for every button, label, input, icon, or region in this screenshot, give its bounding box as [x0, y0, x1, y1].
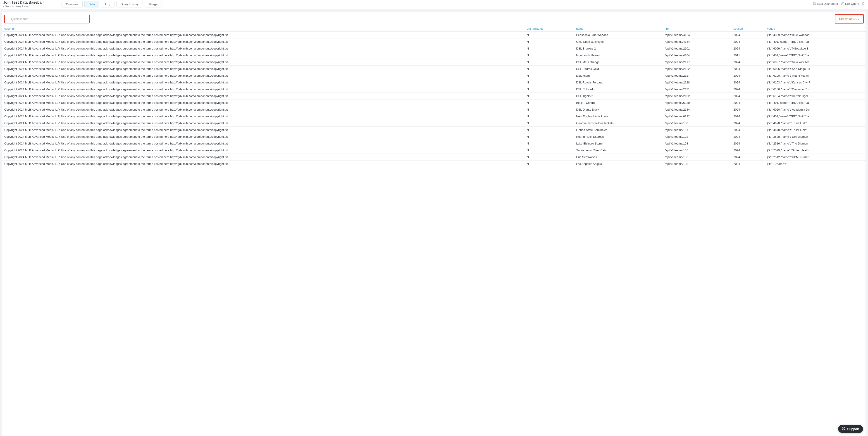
col-header-name[interactable]: name [574, 26, 662, 32]
table-row[interactable]: Copyright 2024 MLB Advanced Media, L.P. … [2, 120, 866, 127]
tab-overview[interactable]: Overview [62, 1, 82, 7]
cell-copyright: Copyright 2024 MLB Advanced Media, L.P. … [2, 45, 525, 52]
cell-link: /api/v1/teams/108 [662, 161, 731, 167]
cell-link: /api/v1/teams/4144 [662, 38, 731, 45]
cell-season: 2024 [731, 161, 765, 167]
export-csv-button[interactable]: Export as CSV [836, 15, 862, 22]
cell-copyright: Copyright 2024 MLB Advanced Media, L.P. … [2, 52, 525, 59]
table-row[interactable]: Copyright 2024 MLB Advanced Media, L.P. … [2, 154, 866, 161]
cell-allstarstatus: N [525, 52, 574, 59]
table-row[interactable]: Copyright 2024 MLB Advanced Media, L.P. … [2, 72, 866, 79]
cell-link: /api/v1/teams/2134 [662, 106, 731, 113]
delete-query-button[interactable] [862, 2, 865, 6]
col-header-season[interactable]: season [731, 26, 765, 32]
table-header-row: copyrightallStarStatusnamelinkseasonvenu… [2, 26, 866, 32]
tab-usage[interactable]: Usage [145, 1, 162, 7]
table-row[interactable]: Copyright 2024 MLB Advanced Media, L.P. … [2, 133, 866, 140]
table-row[interactable]: Copyright 2024 MLB Advanced Media, L.P. … [2, 59, 866, 66]
tab-log[interactable]: Log [101, 1, 115, 7]
cell-name: DSL Tigers 2 [574, 93, 662, 100]
cell-copyright: Copyright 2024 MLB Advanced Media, L.P. … [2, 86, 525, 93]
cell-link: /api/v1/teams/6232 [662, 113, 731, 120]
cell-name: DSL Colorado [574, 86, 662, 93]
table-row[interactable]: Copyright 2024 MLB Advanced Media, L.P. … [2, 66, 866, 72]
cell-allstarstatus: N [525, 133, 574, 140]
data-table: copyrightallStarStatusnamelinkseasonvenu… [2, 26, 866, 167]
cell-name: DSL Brewers 2 [574, 45, 662, 52]
cell-name: Black - Centro [574, 100, 662, 106]
col-header-copyright[interactable]: copyright [2, 26, 525, 32]
cell-season: 2024 [731, 38, 765, 45]
cell-venue: {"id":401,"name":"TBD","link":"/a [765, 113, 866, 120]
cell-season: 2024 [731, 79, 765, 86]
table-row[interactable]: Copyright 2024 MLB Advanced Media, L.P. … [2, 38, 866, 45]
cell-allstarstatus: N [525, 59, 574, 66]
cell-name: DSL Padres Gold [574, 66, 662, 72]
cell-copyright: Copyright 2024 MLB Advanced Media, L.P. … [2, 72, 525, 79]
col-header-link[interactable]: link [662, 26, 731, 32]
cell-copyright: Copyright 2024 MLB Advanced Media, L.P. … [2, 106, 525, 113]
cell-season: 2011 [731, 52, 765, 59]
cell-venue: {"id":4670,"name":"Truist Field", [765, 127, 866, 133]
tab-data[interactable]: Data [84, 1, 99, 7]
cell-venue: {"id":2528,"name":"Dell Diamon [765, 133, 866, 140]
table-row[interactable]: Copyright 2024 MLB Advanced Media, L.P. … [2, 106, 866, 113]
page-header: Join Test Data Baseball ‹ Back to query … [0, 0, 868, 9]
table-row[interactable]: Copyright 2024 MLB Advanced Media, L.P. … [2, 52, 866, 59]
cell-season: 2024 [731, 140, 765, 147]
cell-venue: {"id":6097,"name":"New York Me [765, 59, 866, 66]
cell-season: 2024 [731, 106, 765, 113]
support-label: Support [847, 427, 859, 431]
table-row[interactable]: Copyright 2024 MLB Advanced Media, L.P. … [2, 161, 866, 167]
cell-season: 2024 [731, 45, 765, 52]
back-to-query-listing-link[interactable]: ‹ Back to query listing [3, 5, 43, 8]
cell-season: 2024 [731, 59, 765, 66]
cell-copyright: Copyright 2024 MLB Advanced Media, L.P. … [2, 59, 525, 66]
quick-search-input[interactable] [5, 15, 89, 22]
table-row[interactable]: Copyright 2024 MLB Advanced Media, L.P. … [2, 113, 866, 120]
table-row[interactable]: Copyright 2024 MLB Advanced Media, L.P. … [2, 93, 866, 100]
cell-venue: {"id":2516,"name":"The Diamon [765, 140, 866, 147]
col-header-allstarstatus[interactable]: allStarStatus [525, 26, 574, 32]
tab-query-history[interactable]: Query History [116, 1, 143, 7]
edit-query-link[interactable]: Edit Query [841, 2, 859, 6]
cell-season: 2024 [731, 120, 765, 127]
last-dashboard-link[interactable]: Last Dashboard [813, 2, 838, 6]
cell-venue: {"id":6020,"name":"Academia De [765, 106, 866, 113]
cell-name: Los Angeles Angels [574, 161, 662, 167]
trash-icon [862, 2, 865, 6]
table-row[interactable]: Copyright 2024 MLB Advanced Media, L.P. … [2, 100, 866, 106]
cell-copyright: Copyright 2024 MLB Advanced Media, L.P. … [2, 113, 525, 120]
cell-venue: {"id":6106,"name":"Colorado Ro [765, 86, 866, 93]
table-row[interactable]: Copyright 2024 MLB Advanced Media, L.P. … [2, 86, 866, 93]
question-circle-icon [842, 427, 845, 431]
cell-allstarstatus: N [525, 140, 574, 147]
page-title: Join Test Data Baseball [3, 0, 43, 4]
cell-link: /api/v1/teams/105 [662, 147, 731, 154]
table-row[interactable]: Copyright 2024 MLB Advanced Media, L.P. … [2, 79, 866, 86]
col-header-venue[interactable]: venue [765, 26, 866, 32]
cell-season: 2024 [731, 113, 765, 120]
table-row[interactable]: Copyright 2024 MLB Advanced Media, L.P. … [2, 147, 866, 154]
cell-copyright: Copyright 2024 MLB Advanced Media, L.P. … [2, 32, 525, 38]
support-button[interactable]: Support [838, 425, 863, 433]
table-row[interactable]: Copyright 2024 MLB Advanced Media, L.P. … [2, 140, 866, 147]
edit-query-label: Edit Query [845, 2, 859, 5]
cell-allstarstatus: N [525, 66, 574, 72]
table-row[interactable]: Copyright 2024 MLB Advanced Media, L.P. … [2, 45, 866, 52]
dashboard-icon [813, 2, 816, 6]
cell-link: /api/v1/teams/2131 [662, 86, 731, 93]
cell-copyright: Copyright 2024 MLB Advanced Media, L.P. … [2, 133, 525, 140]
cell-link: /api/v1/teams/4164 [662, 52, 731, 59]
table-row[interactable]: Copyright 2024 MLB Advanced Media, L.P. … [2, 32, 866, 38]
cell-copyright: Copyright 2024 MLB Advanced Media, L.P. … [2, 66, 525, 72]
cell-allstarstatus: N [525, 72, 574, 79]
cell-allstarstatus: N [525, 147, 574, 154]
cell-link: /api/v1/teams/102 [662, 133, 731, 140]
cell-venue: {"id":2529,"name":"Sutter Health [765, 147, 866, 154]
cell-link: /api/v1/teams/106 [662, 154, 731, 161]
cell-name: Lake Elsinore Storm [574, 140, 662, 147]
table-scroll-region[interactable]: copyrightallStarStatusnamelinkseasonvenu… [2, 26, 866, 436]
table-row[interactable]: Copyright 2024 MLB Advanced Media, L.P. … [2, 127, 866, 133]
cell-allstarstatus: N [525, 32, 574, 38]
